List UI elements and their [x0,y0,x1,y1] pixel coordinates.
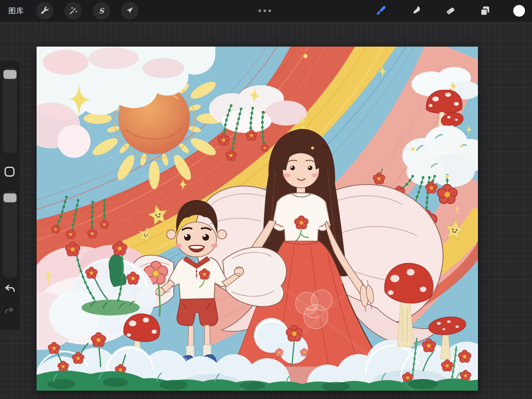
selection-button[interactable]: S [93,2,110,20]
brush-opacity-slider[interactable] [3,191,17,278]
eraser-icon [444,5,457,17]
actions-button[interactable] [36,2,54,20]
selection-s-icon: S [96,6,106,16]
color-swatch-icon [513,4,525,17]
wrench-icon [40,6,50,16]
layers-icon [479,5,491,17]
smudge-tool-button[interactable] [410,5,423,17]
redo-icon [4,306,15,316]
dot [264,10,266,12]
dot [268,10,271,12]
top-toolbar: 图库 S [0,0,532,22]
magic-wand-icon [68,6,78,16]
modify-button[interactable] [5,167,15,177]
brush-sidebar [0,61,20,330]
undo-button[interactable] [4,284,16,295]
undo-icon [4,284,16,295]
transform-button[interactable] [121,2,138,20]
smudge-finger-icon [410,5,423,17]
transform-arrow-icon [125,6,135,16]
adjustments-button[interactable] [64,2,82,20]
paint-brush-icon [374,5,387,17]
color-button[interactable] [513,5,525,17]
layers-button[interactable] [479,5,491,17]
drawing-canvas[interactable] [37,47,478,391]
dot [259,10,261,12]
gallery-button[interactable]: 图库 [8,0,24,22]
redo-button[interactable] [4,306,16,317]
canvas-options-button[interactable] [259,10,271,12]
brush-tool-button[interactable] [374,5,387,17]
brush-size-slider[interactable] [3,68,17,153]
procreate-window: { "top_bar": { "gallery_label": "图库", "l… [0,0,532,399]
brush-size-handle[interactable] [3,70,17,79]
eraser-tool-button[interactable] [444,5,457,17]
brush-opacity-handle[interactable] [3,193,17,202]
artwork [37,47,478,391]
svg-text:S: S [99,7,105,15]
